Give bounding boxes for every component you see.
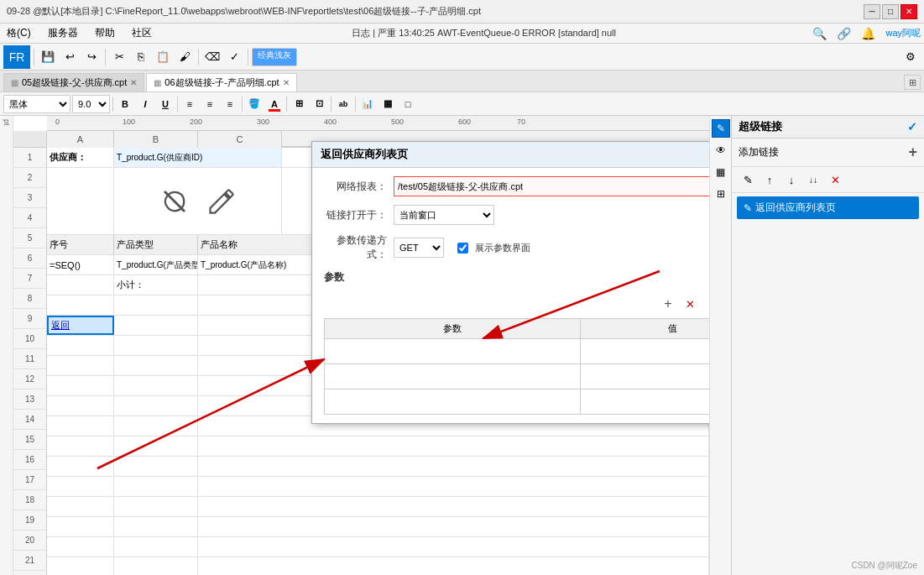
link-action-move-down[interactable]: ↓↓: [804, 170, 822, 189]
font-size-select[interactable]: 9.0: [72, 95, 110, 113]
tab-child-report[interactable]: ▦ 06超级链接-子-产品明细.cpt ✕: [146, 73, 296, 91]
link-action-delete[interactable]: ✕: [826, 170, 844, 189]
add-link-row: 添加链接 +: [732, 139, 924, 167]
link-action-down[interactable]: ↓: [782, 170, 801, 189]
add-link-btn[interactable]: +: [908, 144, 917, 161]
row-num-14: 14: [13, 410, 46, 430]
close-btn[interactable]: ✕: [901, 4, 917, 19]
report-input[interactable]: [394, 176, 709, 196]
cell-a3[interactable]: 序号: [47, 235, 114, 254]
link-action-up[interactable]: ↑: [760, 170, 779, 189]
param-add-btn[interactable]: +: [659, 295, 677, 313]
side-icon-edit[interactable]: ✎: [712, 119, 730, 138]
insert-chart-btn[interactable]: 📊: [358, 95, 377, 113]
align-right-btn[interactable]: ≡: [221, 95, 239, 113]
delete-btn[interactable]: ⌫: [202, 47, 222, 67]
color-fill-btn[interactable]: 🪣: [245, 95, 264, 113]
param-cell: [325, 339, 581, 364]
cell-a5[interactable]: [47, 275, 114, 295]
app-icon[interactable]: FR: [3, 45, 30, 69]
float-view-btn[interactable]: ⊞: [904, 75, 921, 90]
tab-label-1: 05超级链接-父-供应商.cpt: [22, 76, 127, 89]
cut-btn[interactable]: ✂: [109, 47, 129, 67]
side-icon-view[interactable]: 👁: [712, 141, 730, 159]
param-cell: [325, 364, 581, 389]
link-item[interactable]: ✎ 返回供应商列表页: [737, 196, 919, 219]
settings-btn[interactable]: ⚙: [901, 47, 921, 67]
cell-b4[interactable]: T_product.G(产品类型): [114, 255, 198, 274]
confirm-btn[interactable]: ✓: [224, 47, 244, 67]
open-select[interactable]: 当前窗口 新窗口 弹出窗口: [394, 205, 494, 225]
save-btn[interactable]: 💾: [38, 47, 58, 67]
value-cell: [581, 389, 710, 415]
row-num-21: 21: [13, 551, 46, 571]
add-link-label: 添加链接: [739, 145, 779, 159]
format-painter-btn[interactable]: 🖌: [175, 47, 195, 67]
cell-b2[interactable]: [114, 168, 282, 235]
menu-server[interactable]: 服务器: [44, 24, 81, 42]
merge-btn[interactable]: ⊡: [310, 95, 328, 113]
row-num-15: 15: [13, 430, 46, 450]
user-label[interactable]: way阿呢: [885, 27, 921, 39]
font-color-btn[interactable]: A: [265, 95, 284, 113]
method-label: 参数传递方式：: [324, 233, 387, 262]
maximize-btn[interactable]: □: [882, 4, 899, 19]
undo-btn[interactable]: ↩: [60, 47, 80, 67]
paste-btn[interactable]: 📋: [153, 47, 173, 67]
left-icon-1[interactable]: pt: [3, 119, 11, 126]
menu-format[interactable]: 格(C): [3, 24, 34, 42]
side-icon-data[interactable]: ▦: [712, 163, 730, 181]
cell-b7[interactable]: [114, 316, 198, 335]
row-num-3: 3: [13, 188, 46, 208]
menu-community[interactable]: 社区: [128, 24, 155, 42]
notify-icon[interactable]: 🔔: [861, 27, 875, 40]
copy-btn[interactable]: ⎘: [131, 47, 151, 67]
sep4: [248, 49, 248, 65]
form-row-method: 参数传递方式： GET POST 展示参数界面: [324, 233, 709, 262]
cell-b1[interactable]: T_product.G(供应商ID): [114, 148, 282, 167]
minimize-btn[interactable]: ─: [864, 4, 880, 19]
share-icon[interactable]: 🔗: [837, 27, 851, 40]
align-left-btn[interactable]: ≡: [180, 95, 199, 113]
toolbar: FR 💾 ↩ ↪ ✂ ⎘ 📋 🖌 ⌫ ✓ 经典浅灰 ⚙: [0, 44, 924, 71]
fmt-sep5: [331, 97, 331, 112]
wrap-btn[interactable]: ab: [334, 95, 352, 113]
tab-parent-report[interactable]: ▦ 05超级链接-父-供应商.cpt ✕: [3, 73, 144, 91]
tab-close-1[interactable]: ✕: [130, 78, 137, 87]
insert-table-btn[interactable]: ▦: [378, 95, 397, 113]
cell-a1[interactable]: 供应商：: [47, 148, 114, 167]
side-icons-panel: ✎ 👁 ▦ ⊞: [709, 116, 731, 575]
cell-b5[interactable]: 小计：: [114, 275, 198, 295]
right-panel: 超级链接 ✓ 添加链接 + ✎ ↑ ↓ ↓↓ ✕ ✎ 返回供应商列表页: [731, 116, 924, 575]
font-family-select[interactable]: 黑体: [3, 95, 70, 113]
align-center-btn[interactable]: ≡: [201, 95, 219, 113]
underline-btn[interactable]: U: [156, 95, 175, 113]
redo-btn[interactable]: ↪: [81, 47, 102, 67]
right-panel-close-btn[interactable]: ✓: [907, 120, 917, 133]
method-select[interactable]: GET POST: [394, 238, 444, 258]
cell-b6[interactable]: [114, 295, 198, 315]
more-btn[interactable]: □: [399, 95, 417, 113]
link-actions: ✎ ↑ ↓ ↓↓ ✕: [732, 167, 924, 193]
param-up-btn[interactable]: ↑: [702, 295, 709, 313]
param-delete-btn[interactable]: ✕: [681, 295, 699, 313]
italic-btn[interactable]: I: [136, 95, 154, 113]
side-icon-param[interactable]: ⊞: [712, 185, 730, 203]
tab-close-2[interactable]: ✕: [283, 78, 290, 87]
search-icon[interactable]: 🔍: [812, 27, 827, 40]
link-action-edit[interactable]: ✎: [739, 170, 757, 189]
cell-a7-return[interactable]: 返回: [47, 316, 114, 335]
param-col-header: 参数: [325, 319, 581, 339]
menu-help[interactable]: 帮助: [91, 24, 118, 42]
cell-a6[interactable]: [47, 295, 114, 315]
show-params-checkbox[interactable]: [457, 243, 468, 254]
theme-badge[interactable]: 经典浅灰: [252, 48, 297, 66]
ruler: 0 100 200 300 400 500 600 70: [47, 116, 709, 131]
bold-btn[interactable]: B: [116, 95, 134, 113]
dialog-box: 返回供应商列表页 网络报表： 选择 链接打开于： 当前窗口 新窗口 弹出窗口: [311, 141, 709, 424]
dialog-body: 网络报表： 选择 链接打开于： 当前窗口 新窗口 弹出窗口 参数传递方式：: [312, 168, 709, 423]
cell-b3[interactable]: 产品类型: [114, 235, 198, 254]
cell-a4[interactable]: =SEQ(): [47, 255, 114, 274]
cell-a2[interactable]: [47, 168, 114, 235]
border-btn[interactable]: ⊞: [290, 95, 308, 113]
